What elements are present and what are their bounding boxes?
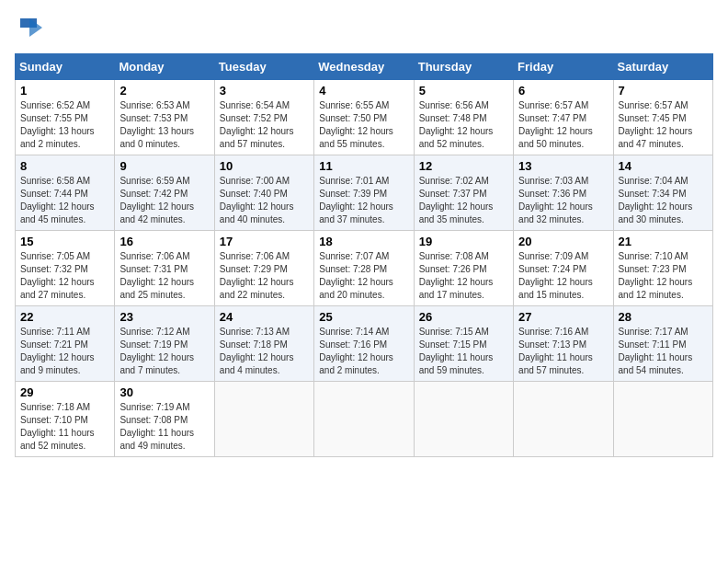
- day-detail: Sunrise: 6:57 AMSunset: 7:45 PMDaylight:…: [619, 100, 693, 149]
- weekday-header-friday: Friday: [514, 54, 613, 80]
- day-number: 4: [319, 84, 408, 98]
- weekday-header-saturday: Saturday: [613, 54, 712, 80]
- day-number: 21: [619, 235, 708, 248]
- calendar-week-row: 1 Sunrise: 6:52 AMSunset: 7:55 PMDayligh…: [16, 80, 713, 155]
- calendar-header: SundayMondayTuesdayWednesdayThursdayFrid…: [16, 54, 713, 80]
- calendar-cell: 12 Sunrise: 7:02 AMSunset: 7:37 PMDaylig…: [414, 155, 513, 231]
- day-number: 28: [619, 310, 708, 324]
- day-detail: Sunrise: 7:17 AMSunset: 7:11 PMDaylight:…: [619, 327, 693, 375]
- day-detail: Sunrise: 6:55 AMSunset: 7:50 PMDaylight:…: [319, 100, 393, 149]
- calendar-cell: 20 Sunrise: 7:09 AMSunset: 7:24 PMDaylig…: [514, 231, 613, 306]
- logo: [15, 15, 42, 44]
- calendar-cell: 16 Sunrise: 7:06 AMSunset: 7:31 PMDaylig…: [115, 231, 214, 306]
- day-number: 9: [119, 159, 209, 173]
- day-detail: Sunrise: 7:08 AMSunset: 7:26 PMDaylight:…: [419, 251, 494, 300]
- day-detail: Sunrise: 7:18 AMSunset: 7:10 PMDaylight:…: [20, 402, 95, 451]
- day-detail: Sunrise: 6:57 AMSunset: 7:47 PMDaylight:…: [518, 100, 593, 149]
- weekday-header-thursday: Thursday: [414, 54, 513, 80]
- weekday-header-sunday: Sunday: [16, 54, 115, 80]
- calendar-cell: 27 Sunrise: 7:16 AMSunset: 7:13 PMDaylig…: [514, 306, 613, 382]
- page-header: [15, 15, 713, 44]
- day-number: 27: [518, 310, 608, 324]
- day-number: 24: [220, 310, 309, 324]
- calendar-cell: 7 Sunrise: 6:57 AMSunset: 7:45 PMDayligh…: [613, 80, 712, 155]
- day-detail: Sunrise: 7:14 AMSunset: 7:16 PMDaylight:…: [319, 327, 393, 375]
- day-detail: Sunrise: 7:06 AMSunset: 7:29 PMDaylight:…: [220, 251, 294, 300]
- calendar-cell: 29 Sunrise: 7:18 AMSunset: 7:10 PMDaylig…: [16, 382, 115, 457]
- day-number: 3: [220, 84, 309, 98]
- day-number: 23: [119, 310, 209, 324]
- calendar-cell: 13 Sunrise: 7:03 AMSunset: 7:36 PMDaylig…: [514, 155, 613, 231]
- day-number: 8: [20, 159, 109, 173]
- calendar-cell: 21 Sunrise: 7:10 AMSunset: 7:23 PMDaylig…: [613, 231, 712, 306]
- day-detail: Sunrise: 7:03 AMSunset: 7:36 PMDaylight:…: [518, 176, 593, 224]
- day-detail: Sunrise: 6:53 AMSunset: 7:53 PMDaylight:…: [119, 100, 194, 149]
- day-detail: Sunrise: 7:00 AMSunset: 7:40 PMDaylight:…: [220, 176, 294, 224]
- calendar-cell: 23 Sunrise: 7:12 AMSunset: 7:19 PMDaylig…: [115, 306, 214, 382]
- day-number: 17: [220, 235, 309, 248]
- day-detail: Sunrise: 7:04 AMSunset: 7:34 PMDaylight:…: [619, 176, 693, 224]
- calendar-cell: 15 Sunrise: 7:05 AMSunset: 7:32 PMDaylig…: [16, 231, 115, 306]
- day-detail: Sunrise: 7:12 AMSunset: 7:19 PMDaylight:…: [119, 327, 194, 375]
- calendar-cell: 6 Sunrise: 6:57 AMSunset: 7:47 PMDayligh…: [514, 80, 613, 155]
- day-detail: Sunrise: 7:13 AMSunset: 7:18 PMDaylight:…: [220, 327, 294, 375]
- day-number: 7: [619, 84, 708, 98]
- day-number: 12: [419, 159, 508, 173]
- calendar-body: 1 Sunrise: 6:52 AMSunset: 7:55 PMDayligh…: [16, 80, 713, 457]
- calendar-cell: 3 Sunrise: 6:54 AMSunset: 7:52 PMDayligh…: [214, 80, 313, 155]
- day-number: 14: [619, 159, 708, 173]
- calendar-week-row: 29 Sunrise: 7:18 AMSunset: 7:10 PMDaylig…: [16, 382, 713, 457]
- calendar-cell: 28 Sunrise: 7:17 AMSunset: 7:11 PMDaylig…: [613, 306, 712, 382]
- calendar-cell: 25 Sunrise: 7:14 AMSunset: 7:16 PMDaylig…: [314, 306, 414, 382]
- day-number: 5: [419, 84, 508, 98]
- calendar-cell: [414, 382, 513, 457]
- calendar-cell: 24 Sunrise: 7:13 AMSunset: 7:18 PMDaylig…: [214, 306, 313, 382]
- calendar-cell: 22 Sunrise: 7:11 AMSunset: 7:21 PMDaylig…: [16, 306, 115, 382]
- day-detail: Sunrise: 7:15 AMSunset: 7:15 PMDaylight:…: [419, 327, 494, 375]
- calendar-cell: 19 Sunrise: 7:08 AMSunset: 7:26 PMDaylig…: [414, 231, 513, 306]
- day-detail: Sunrise: 6:56 AMSunset: 7:48 PMDaylight:…: [419, 100, 494, 149]
- day-number: 11: [319, 159, 408, 173]
- calendar-cell: 9 Sunrise: 6:59 AMSunset: 7:42 PMDayligh…: [115, 155, 214, 231]
- calendar-cell: 17 Sunrise: 7:06 AMSunset: 7:29 PMDaylig…: [214, 231, 313, 306]
- weekday-header-row: SundayMondayTuesdayWednesdayThursdayFrid…: [16, 54, 713, 80]
- day-detail: Sunrise: 7:09 AMSunset: 7:24 PMDaylight:…: [518, 251, 593, 300]
- calendar-cell: 26 Sunrise: 7:15 AMSunset: 7:15 PMDaylig…: [414, 306, 513, 382]
- day-number: 25: [319, 310, 408, 324]
- day-detail: Sunrise: 6:54 AMSunset: 7:52 PMDaylight:…: [220, 100, 294, 149]
- day-number: 26: [419, 310, 508, 324]
- day-detail: Sunrise: 6:52 AMSunset: 7:55 PMDaylight:…: [20, 100, 95, 149]
- day-number: 22: [20, 310, 109, 324]
- weekday-header-wednesday: Wednesday: [314, 54, 414, 80]
- calendar-cell: [314, 382, 414, 457]
- calendar-table: SundayMondayTuesdayWednesdayThursdayFrid…: [15, 53, 713, 457]
- calendar-cell: 8 Sunrise: 6:58 AMSunset: 7:44 PMDayligh…: [16, 155, 115, 231]
- calendar-cell: 4 Sunrise: 6:55 AMSunset: 7:50 PMDayligh…: [314, 80, 414, 155]
- day-detail: Sunrise: 7:07 AMSunset: 7:28 PMDaylight:…: [319, 251, 393, 300]
- day-number: 30: [119, 385, 209, 399]
- day-number: 29: [20, 385, 109, 399]
- day-number: 10: [220, 159, 309, 173]
- day-number: 18: [319, 235, 408, 248]
- calendar-cell: 2 Sunrise: 6:53 AMSunset: 7:53 PMDayligh…: [115, 80, 214, 155]
- day-number: 19: [419, 235, 508, 248]
- day-number: 2: [119, 84, 209, 98]
- day-detail: Sunrise: 7:02 AMSunset: 7:37 PMDaylight:…: [419, 176, 494, 224]
- calendar-cell: 14 Sunrise: 7:04 AMSunset: 7:34 PMDaylig…: [613, 155, 712, 231]
- day-number: 13: [518, 159, 608, 173]
- day-detail: Sunrise: 7:16 AMSunset: 7:13 PMDaylight:…: [518, 327, 593, 375]
- calendar-cell: [214, 382, 313, 457]
- day-number: 6: [518, 84, 608, 98]
- logo-icon: [17, 15, 42, 40]
- weekday-header-monday: Monday: [115, 54, 214, 80]
- calendar-week-row: 22 Sunrise: 7:11 AMSunset: 7:21 PMDaylig…: [16, 306, 713, 382]
- calendar-cell: 1 Sunrise: 6:52 AMSunset: 7:55 PMDayligh…: [16, 80, 115, 155]
- calendar-cell: 11 Sunrise: 7:01 AMSunset: 7:39 PMDaylig…: [314, 155, 414, 231]
- calendar-cell: 10 Sunrise: 7:00 AMSunset: 7:40 PMDaylig…: [214, 155, 313, 231]
- weekday-header-tuesday: Tuesday: [214, 54, 313, 80]
- day-detail: Sunrise: 6:59 AMSunset: 7:42 PMDaylight:…: [119, 176, 194, 224]
- calendar-cell: 5 Sunrise: 6:56 AMSunset: 7:48 PMDayligh…: [414, 80, 513, 155]
- day-detail: Sunrise: 7:11 AMSunset: 7:21 PMDaylight:…: [20, 327, 95, 375]
- calendar-cell: 30 Sunrise: 7:19 AMSunset: 7:08 PMDaylig…: [115, 382, 214, 457]
- calendar-week-row: 15 Sunrise: 7:05 AMSunset: 7:32 PMDaylig…: [16, 231, 713, 306]
